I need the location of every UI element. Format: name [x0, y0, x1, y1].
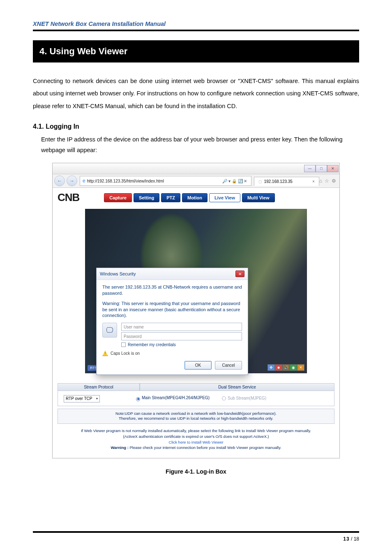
browser-extras: ⌂ ☆ ⚙ — [319, 178, 339, 184]
cancel-button[interactable]: Cancel — [215, 361, 242, 370]
stream-header-row: Stream Protocol Dual Stream Service — [58, 383, 334, 391]
dual-stream-header: Dual Stream Service — [140, 383, 334, 391]
remember-label: Remember my credentials — [128, 342, 176, 347]
multi-view-button[interactable]: Multi View — [242, 193, 275, 202]
video-footer-controls: ✥ ■ 🔊 ◉ ✕ — [267, 364, 304, 371]
favorites-icon[interactable]: ☆ — [325, 178, 329, 184]
video-ctrl-record-icon[interactable]: ■ — [275, 364, 282, 371]
dialog-message-2: Warning: This server is requesting that … — [102, 301, 242, 319]
page-number: 13 / 18 — [343, 536, 359, 542]
subsection-text: Enter the IP address of the device on th… — [41, 134, 359, 155]
protocol-select[interactable]: RTP over TCP — [64, 395, 100, 402]
nav-back-button[interactable]: ← — [54, 176, 65, 186]
page-current: 13 — [343, 536, 349, 542]
header-rule — [33, 30, 359, 31]
ok-button[interactable]: OK — [184, 361, 212, 370]
dialog-message-1: The server 192.168.123.35 at CNB-Network… — [102, 284, 242, 296]
brand-logo: CNB — [58, 191, 79, 204]
address-bar-row: ← → e http://192.168.123.35/html/view/in… — [53, 174, 339, 188]
stream-settings-row: RTP over TCP Main Stream(MPEG4/H.264/MJP… — [58, 391, 334, 406]
address-controls[interactable]: 🔎 ▾ 🔒 🔄 ✕ — [221, 179, 249, 183]
browser-window: — □ ✕ ← → e http://192.168.123.35/html/v… — [52, 163, 340, 458]
credentials-icon: 🖵 — [102, 323, 117, 338]
install-link[interactable]: Click here to install Web Viewer — [58, 439, 334, 445]
video-ctrl-5-icon[interactable]: ✕ — [297, 364, 304, 371]
password-input[interactable]: Password — [121, 332, 242, 340]
install-info-line1: If Web Viewer program is not normally in… — [58, 428, 334, 434]
stream-protocol-header: Stream Protocol — [58, 383, 140, 391]
install-info-line2: (ActiveX authentication certificate is e… — [58, 434, 334, 439]
tab-close-button[interactable]: × — [312, 179, 315, 184]
windows-security-dialog: Windows Security ✕ The server 192.168.12… — [96, 268, 248, 375]
doc-header: XNET Network Box Camera Installation Man… — [33, 21, 359, 30]
section-title: 4. Using Web Viewer — [33, 40, 359, 62]
window-close-button[interactable]: ✕ — [327, 165, 339, 172]
caps-lock-warning: ! Caps Lock is on — [102, 350, 242, 356]
motion-button[interactable]: Motion — [182, 193, 208, 202]
remember-checkbox-row[interactable]: Remember my credentials — [121, 342, 242, 347]
browser-tab[interactable]: ◌ 192.168.123.35 × — [254, 177, 319, 186]
video-ctrl-audio-icon[interactable]: 🔊 — [282, 364, 290, 371]
remember-checkbox[interactable] — [121, 342, 126, 347]
udp-note-line2: Therefore, we recommend to use UDP in lo… — [61, 416, 331, 421]
udp-note-line1: Note:UDP can cause a network overload in… — [61, 411, 331, 416]
home-icon[interactable]: ⌂ — [319, 178, 322, 184]
udp-note: Note:UDP can cause a network overload in… — [58, 409, 334, 424]
settings-icon[interactable]: ⚙ — [332, 178, 336, 184]
app-toolbar: CNB Capture Setting PTZ Motion Live View… — [58, 191, 334, 204]
dialog-header: Windows Security ✕ — [97, 268, 248, 280]
warning-icon: ! — [102, 350, 108, 356]
page-sep: / — [350, 536, 354, 542]
username-input[interactable]: User name — [121, 323, 242, 331]
intro-paragraph: Connecting to network devices can be don… — [33, 75, 359, 112]
subsection-heading: 4.1. Logging In — [33, 123, 359, 130]
page-content: CNB Capture Setting PTZ Motion Live View… — [53, 188, 339, 458]
install-info: If Web Viewer program is not normally in… — [58, 428, 334, 451]
video-ctrl-move-icon[interactable]: ✥ — [267, 364, 275, 371]
nav-forward-button[interactable]: → — [67, 176, 77, 186]
window-maximize-button[interactable]: □ — [316, 165, 327, 172]
address-url: http://192.168.123.35/html/view/index.ht… — [87, 179, 164, 183]
ptz-button[interactable]: PTZ — [161, 193, 180, 202]
dialog-close-button[interactable]: ✕ — [235, 271, 244, 277]
tab-title: 192.168.123.35 — [264, 179, 293, 184]
video-ctrl-4-icon[interactable]: ◉ — [290, 364, 297, 371]
address-field[interactable]: e http://192.168.123.35/html/view/index.… — [80, 176, 251, 186]
live-view-button[interactable]: Live View — [209, 193, 240, 202]
setting-button[interactable]: Setting — [134, 193, 159, 202]
dialog-title: Windows Security — [100, 271, 136, 276]
ie-icon: e — [83, 178, 85, 184]
tab-bar: ◌ 192.168.123.35 × — [254, 176, 319, 186]
figure-caption: Figure 4-1. Log-in Box — [33, 468, 359, 475]
page-total: 18 — [354, 536, 359, 542]
caps-lock-text: Caps Lock is on — [111, 351, 140, 356]
install-warning: Warning : Please check your internet con… — [58, 445, 334, 451]
tab-favicon: ◌ — [258, 179, 262, 184]
footer-rule — [33, 531, 359, 533]
capture-button[interactable]: Capture — [104, 193, 132, 202]
main-stream-radio[interactable]: Main Stream(MPEG4/H.264/MJPEG) — [136, 395, 210, 401]
window-minimize-button[interactable]: — — [304, 165, 316, 172]
sub-stream-radio[interactable]: Sub Stream(MJPEG) — [222, 396, 266, 400]
window-titlebar: — □ ✕ — [53, 163, 339, 174]
